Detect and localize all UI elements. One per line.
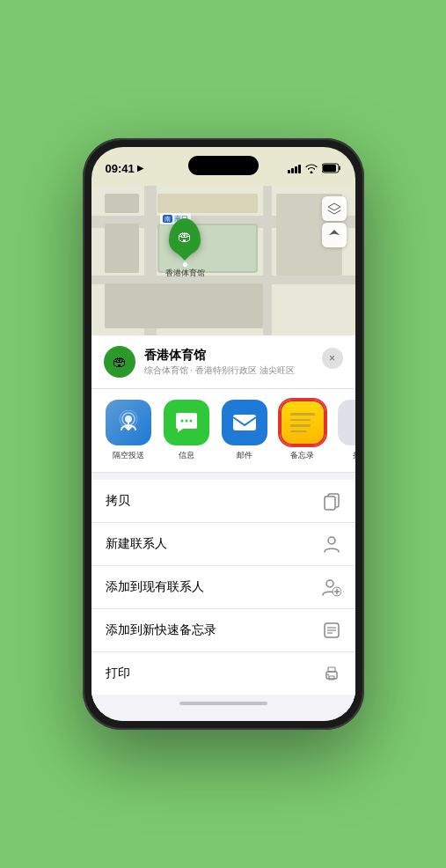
phone-screen: 09:41 ▶ xyxy=(91,147,355,721)
share-item-mail[interactable]: 邮件 xyxy=(220,400,269,461)
svg-point-12 xyxy=(326,580,333,587)
wifi-icon xyxy=(305,164,318,173)
more-icon-wrap xyxy=(338,400,355,445)
stadium-dot xyxy=(183,262,187,267)
share-item-more[interactable]: 拷贝 xyxy=(336,400,355,461)
share-row: 隔空投送 信息 xyxy=(91,389,355,473)
status-icons xyxy=(288,163,341,173)
signal-icon xyxy=(288,164,301,173)
svg-point-11 xyxy=(328,537,335,544)
venue-header: 🏟 香港体育馆 综合体育馆 · 香港特别行政区 油尖旺区 × xyxy=(91,335,355,389)
map-building-3 xyxy=(105,224,139,273)
close-icon: × xyxy=(329,352,335,364)
mail-icon-wrap xyxy=(222,400,267,445)
venue-info: 香港体育馆 综合体育馆 · 香港特别行政区 油尖旺区 xyxy=(144,347,343,377)
map-layers-button[interactable] xyxy=(322,196,347,221)
stadium-pin: 🏟 xyxy=(169,218,201,255)
close-button[interactable]: × xyxy=(322,348,343,369)
venue-subtitle: 综合体育馆 · 香港特别行政区 油尖旺区 xyxy=(144,364,343,377)
stadium-marker[interactable]: 🏟 香港体育馆 xyxy=(165,218,205,279)
svg-point-6 xyxy=(185,420,187,423)
notes-lines xyxy=(290,413,315,432)
notes-icon-wrap xyxy=(280,400,325,445)
messages-icon-wrap xyxy=(164,400,209,445)
svg-point-2 xyxy=(125,416,132,423)
action-item-new-contact[interactable]: 新建联系人 xyxy=(91,523,355,566)
action-item-copy[interactable]: 拷贝 xyxy=(91,480,355,523)
share-item-notes[interactable]: 备忘录 xyxy=(278,400,327,461)
status-time: 09:41 ▶ xyxy=(106,162,143,175)
action-copy-label: 拷贝 xyxy=(106,493,130,509)
phone-frame: 09:41 ▶ xyxy=(83,138,364,730)
stadium-name-label: 香港体育馆 xyxy=(165,268,205,279)
venue-stadium-icon: 🏟 xyxy=(113,354,127,370)
svg-point-7 xyxy=(189,420,192,423)
action-new-contact-label: 新建联系人 xyxy=(106,536,167,552)
action-print-label: 打印 xyxy=(106,666,130,681)
messages-label: 信息 xyxy=(179,450,194,461)
action-quick-note-label: 添加到新快速备忘录 xyxy=(106,622,216,638)
bottom-sheet: 🏟 香港体育馆 综合体育馆 · 香港特别行政区 油尖旺区 × xyxy=(91,335,355,721)
svg-rect-22 xyxy=(329,676,334,680)
map-building-1 xyxy=(105,194,139,213)
share-item-airdrop[interactable]: 隔空投送 xyxy=(104,400,153,461)
notes-line-3 xyxy=(290,424,311,427)
mail-label: 邮件 xyxy=(237,450,252,461)
map-area[interactable]: 南南口 🏟 香港体育馆 xyxy=(91,186,355,335)
action-item-quick-note[interactable]: 添加到新快速备忘录 xyxy=(91,609,355,652)
airdrop-label: 隔空投送 xyxy=(113,450,144,461)
map-road-vertical-2 xyxy=(263,186,272,335)
location-arrow-icon: ▶ xyxy=(137,164,143,173)
map-controls xyxy=(322,196,347,247)
action-item-add-existing[interactable]: 添加到现有联系人 xyxy=(91,566,355,609)
notes-line-4 xyxy=(290,430,308,433)
time-display: 09:41 xyxy=(106,162,135,175)
dynamic-island xyxy=(188,156,259,175)
svg-rect-10 xyxy=(325,497,335,510)
notes-label: 备忘录 xyxy=(290,450,314,461)
action-add-existing-label: 添加到现有联系人 xyxy=(106,579,204,595)
stadium-pin-icon: 🏟 xyxy=(178,229,192,245)
battery-icon xyxy=(322,163,341,173)
location-button[interactable] xyxy=(322,223,347,247)
share-item-messages[interactable]: 信息 xyxy=(162,400,211,461)
home-indicator xyxy=(91,695,355,712)
notes-line-2 xyxy=(290,419,311,422)
add-existing-icon xyxy=(322,577,341,597)
svg-rect-1 xyxy=(323,165,336,172)
more-label: 拷贝 xyxy=(353,450,355,461)
map-building-2 xyxy=(157,194,258,213)
svg-point-23 xyxy=(327,674,329,676)
airdrop-icon-wrap xyxy=(106,400,151,445)
map-building-6 xyxy=(105,283,263,328)
copy-icon xyxy=(322,491,341,511)
venue-icon: 🏟 xyxy=(104,346,135,378)
svg-rect-8 xyxy=(233,415,256,430)
venue-name: 香港体育馆 xyxy=(144,347,343,363)
home-bar xyxy=(179,702,267,705)
new-contact-icon xyxy=(322,534,341,554)
notes-line-1 xyxy=(290,413,315,416)
action-item-print[interactable]: 打印 xyxy=(91,652,355,695)
quick-note-icon xyxy=(322,621,341,640)
action-list: 拷贝 新建联系人 xyxy=(91,480,355,695)
svg-point-5 xyxy=(180,420,183,423)
print-icon xyxy=(322,664,341,683)
